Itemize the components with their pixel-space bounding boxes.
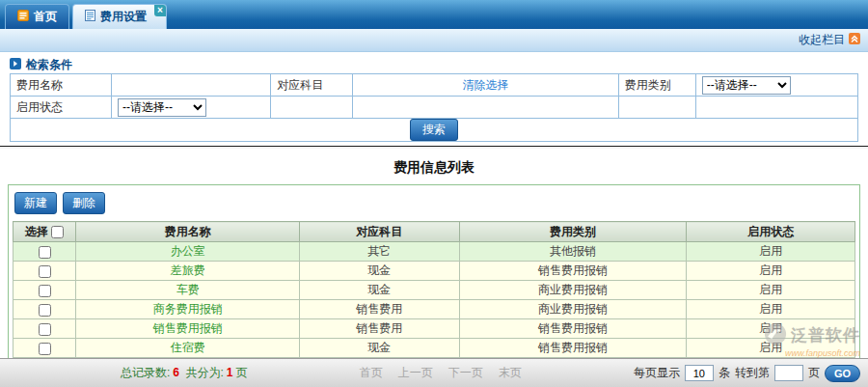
goto-page-suffix: 页 <box>808 365 820 381</box>
last-page-link[interactable]: 末页 <box>499 365 522 381</box>
pager-links: 首页 上一页 下一页 末页 <box>360 365 522 381</box>
table-row: 住宿费现金销售费用报销启用 <box>14 339 855 358</box>
search-button[interactable]: 搜索 <box>410 119 458 141</box>
search-form-table: 费用名称 对应科目 清除选择 费用类别 --请选择-- 启用状态 --请选择-- <box>10 73 858 142</box>
total-pages-value: 1 <box>224 366 236 379</box>
category-column-header: 费用类别 <box>459 222 687 242</box>
tab-expense-settings[interactable]: 费用设置 × <box>72 4 167 29</box>
row-checkbox[interactable] <box>39 285 51 297</box>
goto-page-input[interactable] <box>774 365 803 381</box>
pagination-bar: 总记录数:6 共分为:1页 首页 上一页 下一页 末页 每页显示 条 转到第 页… <box>0 358 868 387</box>
collapse-columns-link[interactable]: 收起栏目 <box>799 32 845 48</box>
expense-name-link[interactable]: 车费 <box>176 283 200 296</box>
expense-table-body: 办公室其它其他报销启用差旅费现金销售费用报销启用车费现金商业费用报销启用商务费用… <box>14 242 855 358</box>
subject-cell: 其它 <box>299 242 459 262</box>
table-row: 商务费用报销销售费用商业费用报销启用 <box>14 300 855 319</box>
row-select-cell <box>14 339 76 358</box>
row-select-cell <box>14 300 76 319</box>
expense-name-cell: 住宿费 <box>76 339 299 358</box>
per-page-input[interactable] <box>685 365 714 381</box>
expense-name-cell <box>112 74 271 97</box>
row-checkbox[interactable] <box>39 343 51 355</box>
empty-cell <box>271 97 353 119</box>
empty-cell <box>353 97 618 119</box>
table-row: 车费现金商业费用报销启用 <box>14 281 855 300</box>
category-label: 费用类别 <box>618 74 695 97</box>
expense-name-cell: 差旅费 <box>76 262 299 281</box>
expense-table: 选择 费用名称 对应科目 费用类别 启用状态 办公室其它其他报销启用差旅费现金销… <box>13 221 855 358</box>
status-cell: 启用 <box>687 281 855 300</box>
category-cell: 商业费用报销 <box>459 300 687 319</box>
tab-close-icon[interactable]: × <box>154 5 166 16</box>
search-conditions-header: 检索条件 <box>10 56 858 73</box>
toolbar: 新建 删除 <box>14 192 855 214</box>
expense-name-cell: 办公室 <box>76 242 299 262</box>
category-cell: --请选择-- <box>695 74 857 97</box>
row-select-cell <box>14 242 76 262</box>
document-icon <box>85 10 95 24</box>
status-select[interactable]: --请选择-- <box>118 98 206 117</box>
category-cell: 销售费用报销 <box>459 339 687 358</box>
subject-cell: 销售费用 <box>299 300 459 319</box>
expense-name-link[interactable]: 商务费用报销 <box>153 302 223 316</box>
row-checkbox[interactable] <box>39 323 51 336</box>
row-checkbox[interactable] <box>39 246 51 259</box>
record-stats: 总记录数:6 共分为:1页 <box>121 365 247 381</box>
expense-name-link[interactable]: 住宿费 <box>171 341 205 354</box>
sub-bar: 收起栏目 <box>0 29 868 52</box>
subject-cell: 现金 <box>299 262 459 281</box>
expense-name-cell: 商务费用报销 <box>76 300 299 319</box>
expense-name-link[interactable]: 差旅费 <box>171 263 205 277</box>
status-cell: 启用 <box>687 319 855 339</box>
status-label: 启用状态 <box>11 97 112 119</box>
row-select-cell <box>14 281 76 300</box>
clear-selection-link[interactable]: 清除选择 <box>463 78 509 92</box>
category-cell: 销售费用报销 <box>459 262 687 281</box>
search-section: 检索条件 费用名称 对应科目 清除选择 费用类别 --请选择-- 启用状态 <box>10 56 858 142</box>
list-title: 费用信息列表 <box>0 159 868 177</box>
collapse-icon[interactable] <box>849 33 860 47</box>
page-controls: 每页显示 条 转到第 页 GO <box>634 365 860 382</box>
expense-name-label: 费用名称 <box>11 74 112 97</box>
expense-name-cell: 车费 <box>76 281 299 300</box>
status-column-header: 启用状态 <box>687 222 855 242</box>
status-cell: 启用 <box>687 300 855 319</box>
row-select-cell <box>14 262 76 281</box>
category-select[interactable]: --请选择-- <box>702 76 791 95</box>
select-all-checkbox[interactable] <box>51 226 64 238</box>
new-button[interactable]: 新建 <box>14 192 57 214</box>
row-checkbox[interactable] <box>39 265 51 278</box>
table-row: 差旅费现金销售费用报销启用 <box>14 262 855 281</box>
select-header-label: 选择 <box>25 225 48 238</box>
row-checkbox[interactable] <box>39 304 51 317</box>
expense-list-box: 新建 删除 选择 费用名称 对应科目 费用类别 启用状态 办公室其它其他报销启用… <box>8 184 860 366</box>
empty-cell <box>618 97 695 119</box>
delete-button[interactable]: 删除 <box>63 192 105 214</box>
tab-home-label: 首页 <box>34 9 57 25</box>
per-page-suffix: 条 <box>719 365 730 381</box>
expense-name-link[interactable]: 销售费用报销 <box>153 321 223 335</box>
pages-suffix: 页 <box>235 366 247 379</box>
table-row: 办公室其它其他报销启用 <box>14 242 855 262</box>
search-conditions-title: 检索条件 <box>26 57 72 73</box>
table-header-row: 选择 费用名称 对应科目 费用类别 启用状态 <box>14 222 855 242</box>
expense-name-link[interactable]: 办公室 <box>171 244 205 258</box>
expense-name-cell: 销售费用报销 <box>76 319 299 339</box>
go-button[interactable]: GO <box>825 365 860 382</box>
subject-cell: 现金 <box>299 281 459 300</box>
tab-home[interactable]: 首页 <box>5 4 69 29</box>
arrow-right-icon <box>10 58 21 72</box>
subject-label: 对应科目 <box>271 74 353 97</box>
status-cell: --请选择-- <box>112 97 271 119</box>
category-cell: 其他报销 <box>459 242 687 262</box>
next-page-link[interactable]: 下一页 <box>448 365 483 381</box>
category-cell: 销售费用报销 <box>459 319 687 339</box>
tab-expense-label: 费用设置 <box>100 9 147 25</box>
first-page-link[interactable]: 首页 <box>360 365 383 381</box>
status-cell: 启用 <box>687 262 855 281</box>
expense-name-input[interactable] <box>118 76 264 94</box>
subject-cell: 销售费用 <box>299 319 459 339</box>
prev-page-link[interactable]: 上一页 <box>398 365 433 381</box>
subject-cell: 现金 <box>299 339 459 358</box>
tab-bar: 首页 费用设置 × <box>0 0 868 29</box>
